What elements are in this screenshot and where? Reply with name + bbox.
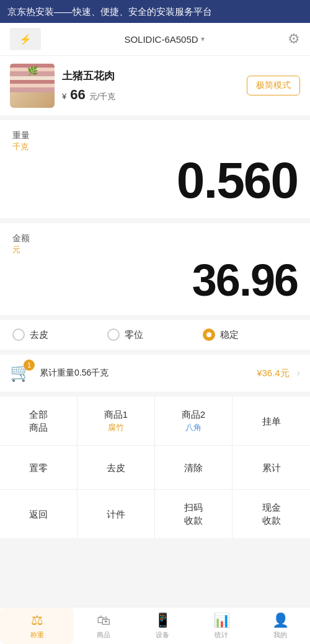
btn-all-products[interactable]: 全部 商品 bbox=[0, 397, 78, 445]
shop-icon: 🛍 bbox=[97, 612, 110, 629]
amount-value: 36.96 bbox=[12, 258, 298, 302]
btn-qubi[interactable]: 去皮 bbox=[78, 446, 155, 489]
radio-lingwei[interactable] bbox=[107, 329, 120, 341]
grid-row-3: 返回 计件 扫码 收款 现金 收款 bbox=[0, 490, 310, 538]
user-icon: 👤 bbox=[272, 612, 289, 629]
nav-item-products[interactable]: 🛍 商品 bbox=[74, 607, 133, 644]
nav-label-products: 商品 bbox=[97, 630, 110, 640]
top-banner: 京东热安装——快速、便捷、安全的安装服务平台 bbox=[0, 0, 310, 23]
nav-item-profile[interactable]: 👤 我的 bbox=[251, 607, 310, 644]
weight-unit: 千克 bbox=[12, 141, 298, 152]
cart-bar[interactable]: 🛒 1 累计重量0.56千克 ¥36.4元 › bbox=[0, 355, 310, 392]
btn-product-1[interactable]: 商品1 腐竹 bbox=[78, 397, 155, 445]
option-qubi[interactable]: 去皮 bbox=[12, 329, 107, 341]
product-section: 🌿 土猪五花肉 ¥ 66 元/千克 极简模式 bbox=[0, 56, 310, 115]
cart-amount: ¥36.4元 bbox=[257, 368, 290, 379]
grid-row-1: 全部 商品 商品1 腐竹 商品2 八角 挂单 bbox=[0, 397, 310, 446]
cart-badge: 1 bbox=[24, 359, 35, 371]
btn-cash-pay[interactable]: 现金 收款 bbox=[232, 490, 310, 538]
device-name: SOLIDIC-6A505D bbox=[124, 34, 198, 45]
options-section: 去皮 零位 稳定 bbox=[0, 320, 310, 350]
function-grid: 全部 商品 商品1 腐竹 商品2 八角 挂单 置零 去皮 清除 累计 返 bbox=[0, 397, 310, 538]
nav-label-device: 设备 bbox=[156, 630, 169, 640]
btn-cumulative[interactable]: 累计 bbox=[232, 446, 310, 489]
radio-wending[interactable] bbox=[203, 329, 215, 341]
btn-clear[interactable]: 清除 bbox=[155, 446, 232, 489]
amount-label: 金额 元 bbox=[12, 233, 298, 255]
device-selector[interactable]: SOLIDIC-6A505D ▾ bbox=[124, 34, 204, 45]
btn-guadan[interactable]: 挂单 bbox=[232, 397, 310, 445]
stats-icon: 📊 bbox=[213, 612, 230, 629]
price-value: 66 bbox=[70, 87, 85, 103]
amount-unit: 元 bbox=[12, 244, 298, 255]
nav-item-device[interactable]: 📱 设备 bbox=[133, 607, 192, 644]
nav-label-profile: 我的 bbox=[273, 630, 287, 640]
radio-qubi[interactable] bbox=[12, 329, 25, 341]
device-icon: 📱 bbox=[154, 612, 171, 629]
cart-summary-text: 累计重量0.56千克 bbox=[40, 368, 249, 379]
cart-icon-wrap: 🛒 1 bbox=[10, 362, 32, 384]
option-wending-label: 稳定 bbox=[220, 329, 239, 341]
btn-back[interactable]: 返回 bbox=[0, 490, 78, 538]
app-logo bbox=[10, 28, 41, 50]
btn-scan-pay[interactable]: 扫码 收款 bbox=[155, 490, 232, 538]
nav-item-stats[interactable]: 📊 统计 bbox=[192, 607, 251, 644]
herb-decoration: 🌿 bbox=[27, 66, 38, 76]
option-wending[interactable]: 稳定 bbox=[203, 329, 298, 341]
option-qubi-label: 去皮 bbox=[30, 329, 48, 341]
amount-title: 金额 bbox=[12, 233, 298, 244]
simple-mode-button[interactable]: 极简模式 bbox=[247, 76, 300, 95]
weight-label: 重量 千克 bbox=[12, 130, 298, 152]
btn-count[interactable]: 计件 bbox=[78, 490, 155, 538]
nav-label-scale: 称重 bbox=[30, 630, 44, 640]
option-lingwei[interactable]: 零位 bbox=[107, 329, 202, 341]
banner-text: 京东热安装——快速、便捷、安全的安装服务平台 bbox=[7, 6, 212, 17]
btn-zhiling[interactable]: 置零 bbox=[0, 446, 78, 489]
weight-title: 重量 bbox=[12, 130, 298, 141]
settings-icon[interactable]: ⚙ bbox=[288, 31, 300, 47]
price-unit: 元/千克 bbox=[89, 91, 116, 102]
weight-section: 重量 千克 0.560 bbox=[0, 120, 310, 218]
grid-row-2: 置零 去皮 清除 累计 bbox=[0, 446, 310, 490]
header: SOLIDIC-6A505D ▾ ⚙ bbox=[0, 23, 310, 56]
price-symbol: ¥ bbox=[62, 92, 66, 101]
cart-chevron-icon: › bbox=[297, 368, 300, 379]
nav-item-scale[interactable]: ⚖ 称重 bbox=[0, 607, 74, 644]
option-lingwei-label: 零位 bbox=[125, 329, 143, 341]
amount-section: 金额 元 36.96 bbox=[0, 223, 310, 315]
bottom-navigation: ⚖ 称重 🛍 商品 📱 设备 📊 统计 👤 我的 bbox=[0, 607, 310, 644]
scale-icon: ⚖ bbox=[31, 612, 43, 629]
product-image: 🌿 bbox=[10, 63, 55, 108]
chevron-down-icon: ▾ bbox=[201, 35, 205, 43]
nav-label-stats: 统计 bbox=[215, 630, 228, 640]
btn-product-2[interactable]: 商品2 八角 bbox=[155, 397, 232, 445]
weight-value: 0.560 bbox=[12, 155, 298, 206]
